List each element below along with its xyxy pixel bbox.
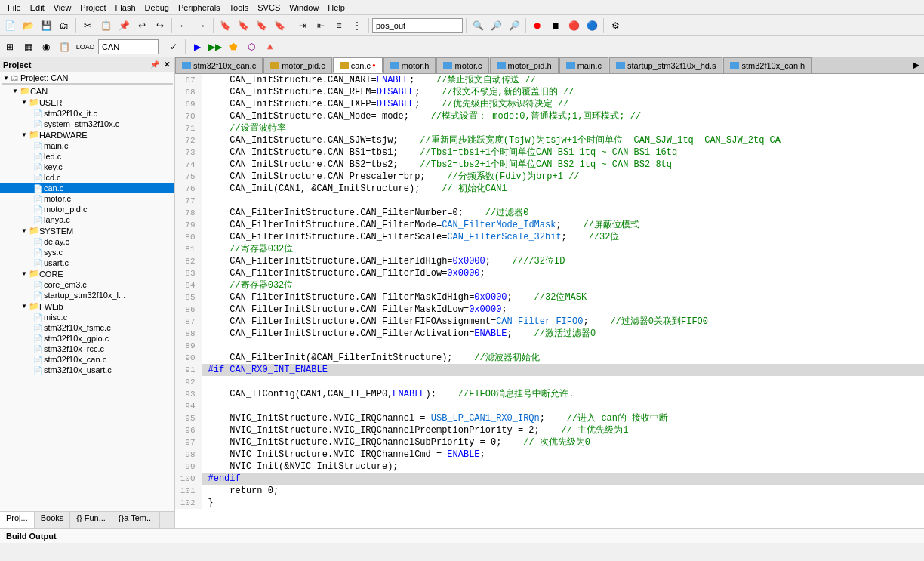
format-button[interactable]: ≡ [331,17,347,34]
format2-button[interactable]: ⋮ [349,17,365,34]
tree-can-arrow[interactable]: ▼ [12,88,18,94]
tree-hardware-arrow[interactable]: ▼ [21,131,27,138]
bookmark4-button[interactable]: 🔖 [271,17,288,34]
code-editor[interactable]: 67 CAN_InitStructure.CAN_NART=ENABLE; //… [175,74,924,528]
stop-btn[interactable]: ⏹ [547,17,564,34]
debug-btn[interactable]: 🔴 [565,17,582,34]
tab-motor-c[interactable]: motor.c [436,57,488,73]
tb2-flash[interactable]: ⬡ [243,39,260,55]
tree-led-file[interactable]: 📄 led.c [0,151,174,162]
menu-peripherals[interactable]: Peripherals [174,2,225,13]
project-close-button[interactable]: ✕ [162,60,171,69]
menu-debug[interactable]: Debug [140,2,174,13]
debug2-btn[interactable]: 🔵 [584,17,600,34]
tree-fwlib-arrow[interactable]: ▼ [21,303,27,310]
tb2-clean[interactable]: ⬟ [225,39,242,55]
tab-main-c[interactable]: main.c [559,57,608,73]
menu-help[interactable]: Help [323,2,350,13]
search2-btn[interactable]: 🔎 [488,17,504,34]
menu-flash[interactable]: Flash [111,2,140,13]
nav-fwd-button[interactable]: → [193,17,210,34]
tb2-build[interactable]: ▶▶ [207,39,223,55]
panel-tab-books[interactable]: Books [35,512,71,528]
tree-fsmc-file[interactable]: 📄 stm32f10x_fsmc.c [0,322,174,333]
target-input[interactable] [372,18,463,33]
build-input[interactable] [98,39,159,54]
tb2-compile[interactable]: ▶ [189,39,205,55]
open-button[interactable]: 📂 [20,17,36,34]
tb2-btn1[interactable]: ⊞ [2,39,18,55]
tree-project-root[interactable]: ▼ 🗂 Project: CAN [0,72,174,83]
tree-core-folder[interactable]: ▼ 📁 CORE [0,268,174,279]
indent-button[interactable]: ⇥ [294,17,311,34]
save-all-button[interactable]: 🗂 [56,17,72,34]
tree-usart2-file[interactable]: 📄 stm32f10x_usart.c [0,365,174,375]
menu-edit[interactable]: Edit [26,2,49,13]
tree-rcc-file[interactable]: 📄 stm32f10x_rcc.c [0,344,174,354]
menu-file[interactable]: File [3,2,26,13]
run-btn[interactable]: ⏺ [529,17,546,34]
tree-startup-file[interactable]: 📄 startup_stm32f10x_l... [0,290,174,301]
bookmark1-button[interactable]: 🔖 [217,17,233,34]
tab-motor-h[interactable]: motor.h [383,57,436,73]
tree-stm32-it-file[interactable]: 📄 stm32f10x_it.c [0,108,174,119]
tree-usart-file[interactable]: 📄 usart.c [0,257,174,268]
tb2-btn3[interactable]: ◉ [38,39,54,55]
tree-user-folder[interactable]: ▼ 📁 USER [0,97,174,108]
menu-svcs[interactable]: SVCS [253,2,285,13]
tree-hardware-folder[interactable]: ▼ 📁 HARDWARE [0,129,174,140]
tree-motor-pid-file[interactable]: 📄 motor_pid.c [0,204,174,214]
tree-key-file[interactable]: 📄 key.c [0,162,174,172]
tree-area[interactable]: ▼ 🗂 Project: CAN ▼ 📁 CAN ▼ 📁 USER [0,72,174,511]
save-button[interactable]: 💾 [38,17,54,34]
menu-project[interactable]: Project [75,2,110,13]
tree-system-folder[interactable]: ▼ 📁 SYSTEM [0,225,174,236]
nav-back-button[interactable]: ← [175,17,192,34]
new-button[interactable]: 📄 [2,17,18,34]
tab-motor-pid-c[interactable]: motor_pid.c [263,57,331,73]
tree-gpio-file[interactable]: 📄 stm32f10x_gpio.c [0,333,174,344]
menu-view[interactable]: View [49,2,76,13]
tab-motor-pid-h[interactable]: motor_pid.h [490,57,559,73]
tree-sys-file[interactable]: 📄 sys.c [0,247,174,257]
tab-startup[interactable]: startup_stm32f10x_hd.s [609,57,722,73]
tree-main-file[interactable]: 📄 main.c [0,140,174,151]
tab-stm32-can[interactable]: stm32f10x_can.c [175,57,263,73]
tree-lanya-file[interactable]: 📄 lanya.c [0,214,174,225]
tab-stm32-can-h[interactable]: stm32f10x_can.h [723,57,812,73]
tb2-btn5[interactable]: ✓ [165,39,182,55]
tree-fwlib-folder[interactable]: ▼ 📁 FWLib [0,301,174,312]
tb2-btn2[interactable]: ▦ [20,39,36,55]
tree-delay-file[interactable]: 📄 delay.c [0,236,174,247]
redo-button[interactable]: ↪ [152,17,168,34]
tab-can-c[interactable]: can.c ● [333,57,383,73]
bookmark2-button[interactable]: 🔖 [235,17,251,34]
tb2-btn4[interactable]: 📋 [56,39,72,55]
bookmark3-button[interactable]: 🔖 [253,17,270,34]
search-btn[interactable]: 🔍 [470,17,486,34]
cut-button[interactable]: ✂ [79,17,96,34]
settings-btn[interactable]: ⚙ [607,17,624,34]
tree-misc-file[interactable]: 📄 misc.c [0,312,174,322]
tabs-scroll-right[interactable]: ▶ [907,57,924,73]
tree-system-file[interactable]: 📄 system_stm32f10x.c [0,119,174,129]
tree-motor-file[interactable]: 📄 motor.c [0,193,174,204]
tb2-debug[interactable]: 🔺 [261,39,278,55]
undo-button[interactable]: ↩ [134,17,150,34]
panel-tab-tem[interactable]: {}a Tem... [112,512,160,528]
tree-expand-arrow[interactable]: ▼ [3,75,9,82]
search3-btn[interactable]: 🔎 [506,17,522,34]
tree-lcd-file[interactable]: 📄 lcd.c [0,172,174,183]
tree-can-folder[interactable]: ▼ 📁 CAN [0,85,174,97]
paste-button[interactable]: 📌 [116,17,132,34]
panel-tab-fun[interactable]: {} Fun... [70,512,112,528]
tree-can-file[interactable]: 📄 can.c [0,183,174,193]
tree-can2-file[interactable]: 📄 stm32f10x_can.c [0,354,174,365]
tree-core-cm3-file[interactable]: 📄 core_cm3.c [0,279,174,290]
panel-tab-proj[interactable]: Proj... [0,512,35,528]
copy-button[interactable]: 📋 [97,17,114,34]
project-pin-button[interactable]: 📌 [149,60,161,69]
tb2-load[interactable]: LOAD [74,39,97,55]
tree-system-arrow[interactable]: ▼ [21,227,27,234]
unindent-button[interactable]: ⇤ [313,17,329,34]
